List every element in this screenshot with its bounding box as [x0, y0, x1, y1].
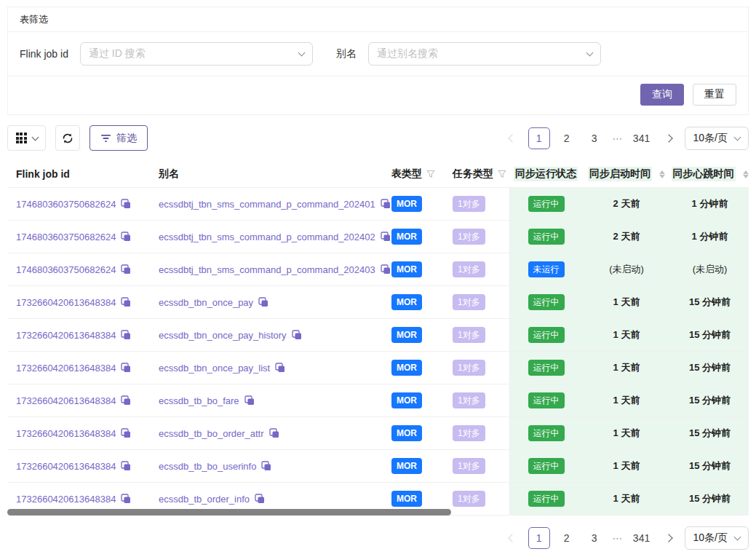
alias-link[interactable]: ecssdb_tbn_once_pay [159, 297, 253, 308]
table-tools: 筛选 [7, 125, 148, 151]
task-type-badge: 1对多 [453, 458, 485, 474]
heartbeat-time-sorter-icon[interactable] [743, 170, 749, 178]
query-button[interactable]: 查询 [640, 84, 684, 106]
page-button-341[interactable]: 341 [631, 127, 653, 149]
table-controls-row: 筛选 1 2 3 ⋯ 341 10条/页 [7, 125, 749, 151]
cell-task-type: 1对多 [453, 458, 509, 474]
next-page-button[interactable] [658, 526, 679, 550]
reset-button[interactable]: 重置 [693, 84, 736, 106]
cell-alias: ecssdb_tbn_once_pay_history [159, 330, 391, 341]
copy-icon[interactable] [121, 264, 131, 274]
prev-page-button[interactable] [502, 526, 522, 550]
copy-icon[interactable] [381, 232, 391, 242]
col-header-flink-job-id: Flink job id [7, 168, 159, 180]
copy-icon[interactable] [258, 297, 268, 307]
flink-job-id-link[interactable]: 1732660420613648384 [16, 461, 116, 472]
copy-icon[interactable] [255, 494, 265, 504]
flink-job-id-link[interactable]: 1746803603750682624 [16, 264, 116, 275]
copy-icon[interactable] [121, 395, 131, 406]
flink-job-id-link[interactable]: 1732660420613648384 [16, 363, 116, 374]
jump-pages-ellipsis[interactable]: ⋯ [611, 532, 625, 544]
alias-link[interactable]: ecssdb_tb_order_info [159, 494, 250, 505]
table-type-filter-icon[interactable] [426, 170, 435, 178]
table-type-badge: MOR [391, 196, 422, 212]
cell-task-type: 1对多 [453, 229, 509, 245]
flink-job-id-select[interactable]: 通过 ID 搜索 [80, 42, 313, 66]
alias-select[interactable]: 通过别名搜索 [368, 42, 601, 66]
cell-task-type: 1对多 [453, 491, 509, 507]
flink-job-id-link[interactable]: 1732660420613648384 [16, 428, 116, 439]
copy-icon[interactable] [121, 461, 131, 471]
cell-flink-job-id: 1732660420613648384 [7, 428, 159, 439]
page-button-3[interactable]: 3 [584, 527, 605, 549]
copy-icon[interactable] [292, 330, 302, 340]
cell-sync-status: 运行中 [509, 450, 582, 482]
cell-flink-job-id: 1732660420613648384 [7, 494, 159, 505]
table-row: 1732660420613648384 ecssdb_tb_bo_userinf… [7, 450, 749, 483]
flink-job-id-link[interactable]: 1732660420613648384 [16, 297, 116, 308]
grid-icon [16, 133, 27, 143]
copy-icon[interactable] [121, 199, 131, 209]
copy-icon[interactable] [121, 428, 131, 438]
copy-icon[interactable] [121, 363, 131, 373]
flink-job-id-link[interactable]: 1732660420613648384 [16, 395, 116, 406]
flink-job-id-link[interactable]: 1746803603750682624 [16, 232, 116, 242]
cell-task-type: 1对多 [453, 392, 509, 408]
copy-icon[interactable] [121, 297, 131, 307]
cell-sync-heartbeat-time: 15 分钟前 [671, 450, 749, 482]
page-button-1[interactable]: 1 [528, 127, 550, 149]
table-type-badge: MOR [391, 392, 422, 408]
copy-icon[interactable] [269, 428, 279, 438]
top-pagination: 1 2 3 ⋯ 341 10条/页 [502, 127, 749, 150]
alias-link[interactable]: ecssdbtj_tbn_sms_command_p_command_20240… [159, 232, 375, 242]
start-time-sorter-icon[interactable] [659, 170, 665, 178]
flink-job-id-link[interactable]: 1732660420613648384 [16, 494, 116, 505]
cell-sync-status: 运行中 [509, 483, 582, 515]
table-type-badge: MOR [391, 261, 422, 277]
page-button-2[interactable]: 2 [556, 527, 578, 549]
page-size-select[interactable]: 10条/页 [685, 526, 749, 550]
horizontal-scrollbar-thumb[interactable] [7, 509, 451, 515]
page-size-select[interactable]: 10条/页 [685, 127, 749, 150]
alias-link[interactable]: ecssdb_tbn_once_pay_history [159, 330, 287, 341]
copy-icon[interactable] [275, 363, 285, 373]
jump-pages-ellipsis[interactable]: ⋯ [611, 133, 625, 144]
page-button-1[interactable]: 1 [528, 527, 550, 549]
alias-link[interactable]: ecssdb_tb_bo_userinfo [159, 461, 256, 472]
next-page-button[interactable] [658, 127, 679, 150]
page-button-3[interactable]: 3 [584, 127, 605, 149]
alias-link[interactable]: ecssdb_tb_bo_order_attr [159, 428, 264, 439]
copy-icon[interactable] [121, 330, 131, 340]
task-type-filter-icon[interactable] [498, 170, 506, 178]
filter-toggle-label: 筛选 [116, 132, 137, 145]
column-settings-button[interactable] [7, 125, 46, 151]
cell-sync-heartbeat-time: 15 分钟前 [671, 417, 749, 449]
cell-flink-job-id: 1746803603750682624 [7, 199, 159, 210]
copy-icon[interactable] [121, 232, 131, 242]
copy-icon[interactable] [121, 494, 131, 504]
alias-link[interactable]: ecssdb_tb_bo_fare [159, 395, 239, 406]
filter-toggle-button[interactable]: 筛选 [89, 125, 148, 151]
refresh-button[interactable] [55, 125, 80, 151]
alias-link[interactable]: ecssdb_tbn_once_pay_list [159, 363, 270, 374]
flink-job-id-link[interactable]: 1746803603750682624 [16, 199, 116, 210]
filter-fields-row: Flink job id 通过 ID 搜索 别名 通过别名搜索 [8, 32, 748, 76]
copy-icon[interactable] [381, 264, 391, 274]
cell-task-type: 1对多 [453, 294, 509, 310]
chevron-right-icon [664, 134, 672, 142]
page-button-341[interactable]: 341 [631, 527, 653, 549]
chevron-down-icon [734, 133, 741, 141]
flink-job-id-link[interactable]: 1732660420613648384 [16, 330, 116, 341]
sync-start-time-value: 1 天前 [613, 361, 640, 374]
page-button-2[interactable]: 2 [556, 127, 578, 149]
alias-link[interactable]: ecssdbtj_tbn_sms_command_p_command_20240… [159, 264, 375, 275]
cell-sync-status: 运行中 [509, 188, 582, 220]
copy-icon[interactable] [381, 199, 391, 209]
copy-icon[interactable] [244, 395, 255, 406]
cell-table-type: MOR [391, 327, 453, 343]
copy-icon[interactable] [261, 461, 271, 471]
table-row: 1732660420613648384 ecssdb_tbn_once_pay … [7, 286, 749, 319]
prev-page-button[interactable] [502, 127, 522, 150]
cell-sync-start-time: 1 天前 [582, 319, 671, 351]
alias-link[interactable]: ecssdbtj_tbn_sms_command_p_command_20240… [159, 199, 375, 210]
